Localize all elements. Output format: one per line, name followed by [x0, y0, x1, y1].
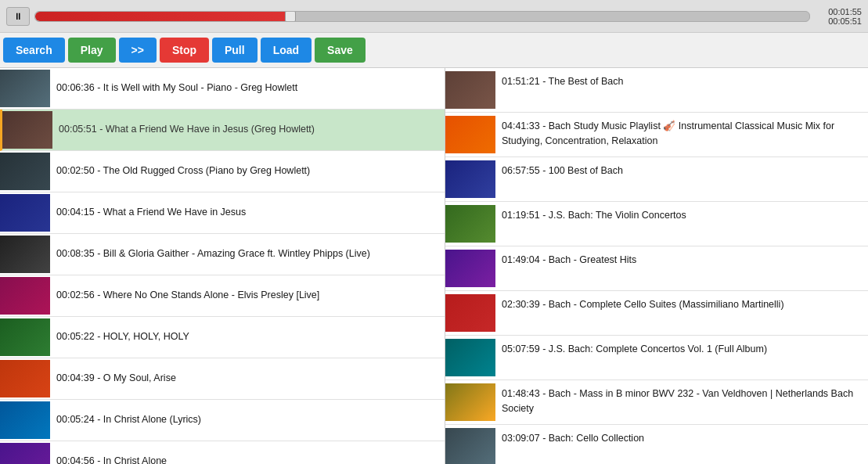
thumbnail	[445, 250, 495, 287]
list-item[interactable]: 00:08:35 - Bill & Gloria Gaither - Amazi…	[0, 234, 445, 275]
item-text: 00:06:36 - It is Well with My Soul - Pia…	[50, 78, 304, 99]
list-item[interactable]: 00:02:56 - Where No One Stands Alone - E…	[0, 275, 445, 317]
progress-bar[interactable]	[34, 11, 810, 22]
save-button[interactable]: Save	[315, 38, 366, 63]
item-text: 00:02:56 - Where No One Stands Alone - E…	[50, 286, 326, 306]
item-text: 00:05:22 - HOLY, HOLY, HOLY	[50, 327, 196, 347]
item-text: 01:51:21 - The Best of Bach	[495, 71, 629, 92]
list-item[interactable]: 01:51:21 - The Best of Bach	[445, 68, 868, 113]
list-item[interactable]: 00:04:56 - In Christ Alone	[0, 441, 445, 464]
top-bar: ⏸ 00:01:55 00:05:51	[0, 0, 868, 33]
time-current: 00:01:55	[828, 7, 862, 16]
item-text: 00:02:50 - The Old Rugged Cross (Piano b…	[50, 161, 316, 182]
list-item[interactable]: 00:05:24 - In Christ Alone (Lyrics)	[0, 400, 445, 441]
thumbnail	[0, 194, 50, 232]
list-item[interactable]: 00:05:51 - What a Friend We Have in Jesu…	[0, 110, 445, 151]
list-item[interactable]: 00:06:36 - It is Well with My Soul - Pia…	[0, 68, 445, 110]
stop-button[interactable]: Stop	[160, 38, 209, 63]
item-text: 05:07:59 - J.S. Bach: Complete Concertos…	[495, 339, 773, 360]
list-item[interactable]: 01:19:51 - J.S. Bach: The Violin Concert…	[445, 202, 868, 246]
left-playlist-panel[interactable]: 00:06:36 - It is Well with My Soul - Pia…	[0, 68, 445, 464]
item-text: 01:48:43 - Bach - Mass in B minor BWV 23…	[495, 383, 868, 419]
thumbnail	[445, 294, 495, 332]
list-item[interactable]: 00:02:50 - The Old Rugged Cross (Piano b…	[0, 151, 445, 192]
list-item[interactable]: 05:07:59 - J.S. Bach: Complete Concertos…	[445, 336, 868, 380]
thumbnail	[445, 160, 495, 198]
pause-button[interactable]: ⏸	[6, 7, 30, 26]
list-item[interactable]: 06:57:55 - 100 Best of Bach	[445, 157, 868, 202]
progress-container	[34, 11, 810, 22]
item-text: 04:41:33 - Bach Study Music Playlist 🎻 I…	[495, 116, 868, 152]
right-playlist-panel[interactable]: 01:51:21 - The Best of Bach04:41:33 - Ba…	[445, 68, 868, 464]
pull-button[interactable]: Pull	[212, 38, 258, 63]
main-content: 00:06:36 - It is Well with My Soul - Pia…	[0, 68, 868, 464]
thumbnail	[2, 111, 52, 149]
thumbnail	[0, 443, 50, 464]
thumbnail	[0, 153, 50, 190]
item-text: 06:57:55 - 100 Best of Bach	[495, 160, 629, 182]
thumbnail	[445, 116, 495, 153]
item-text: 02:30:39 - Bach - Complete Cello Suites …	[495, 294, 791, 315]
item-text: 01:49:04 - Bach - Greatest Hits	[495, 250, 643, 271]
thumbnail	[445, 383, 495, 421]
search-button[interactable]: Search	[3, 38, 65, 63]
thumbnail	[445, 428, 495, 464]
pause-icon: ⏸	[13, 11, 23, 22]
item-text: 00:04:56 - In Christ Alone	[50, 451, 173, 464]
thumbnail	[0, 277, 50, 315]
toolbar: Search Play >> Stop Pull Load Save	[0, 33, 868, 68]
list-item[interactable]: 00:04:15 - What a Friend We Have in Jesu…	[0, 192, 445, 234]
list-item[interactable]: 01:48:43 - Bach - Mass in B minor BWV 23…	[445, 380, 868, 425]
thumbnail	[445, 205, 495, 243]
thumbnail	[445, 339, 495, 376]
list-item[interactable]: 04:41:33 - Bach Study Music Playlist 🎻 I…	[445, 113, 868, 157]
item-text: 00:04:39 - O My Soul, Arise	[50, 369, 182, 389]
list-item[interactable]: 01:49:04 - Bach - Greatest Hits	[445, 246, 868, 291]
item-text: 00:05:51 - What a Friend We Have in Jesu…	[52, 120, 321, 140]
item-text: 03:09:07 - Bach: Cello Collection	[495, 428, 650, 449]
list-item[interactable]: 03:09:07 - Bach: Cello Collection	[445, 425, 868, 464]
thumbnail	[0, 236, 50, 273]
progress-fill	[35, 12, 290, 21]
load-button[interactable]: Load	[261, 38, 312, 63]
item-text: 00:08:35 - Bill & Gloria Gaither - Amazi…	[50, 244, 376, 264]
list-item[interactable]: 02:30:39 - Bach - Complete Cello Suites …	[445, 291, 868, 336]
progress-thumb[interactable]	[285, 11, 296, 22]
item-text: 00:05:24 - In Christ Alone (Lyrics)	[50, 410, 207, 430]
list-item[interactable]: 00:05:22 - HOLY, HOLY, HOLY	[0, 317, 445, 358]
list-item[interactable]: 00:04:39 - O My Soul, Arise	[0, 358, 445, 400]
item-text: 01:19:51 - J.S. Bach: The Violin Concert…	[495, 205, 693, 226]
thumbnail	[445, 71, 495, 109]
thumbnail	[0, 360, 50, 397]
thumbnail	[0, 70, 50, 107]
play-button[interactable]: Play	[68, 38, 116, 63]
time-display: 00:01:55 00:05:51	[815, 7, 862, 26]
thumbnail	[0, 318, 50, 356]
thumbnail	[0, 401, 50, 439]
item-text: 00:04:15 - What a Friend We Have in Jesu…	[50, 203, 252, 223]
forward-button[interactable]: >>	[119, 38, 157, 63]
time-total: 00:05:51	[828, 16, 862, 26]
